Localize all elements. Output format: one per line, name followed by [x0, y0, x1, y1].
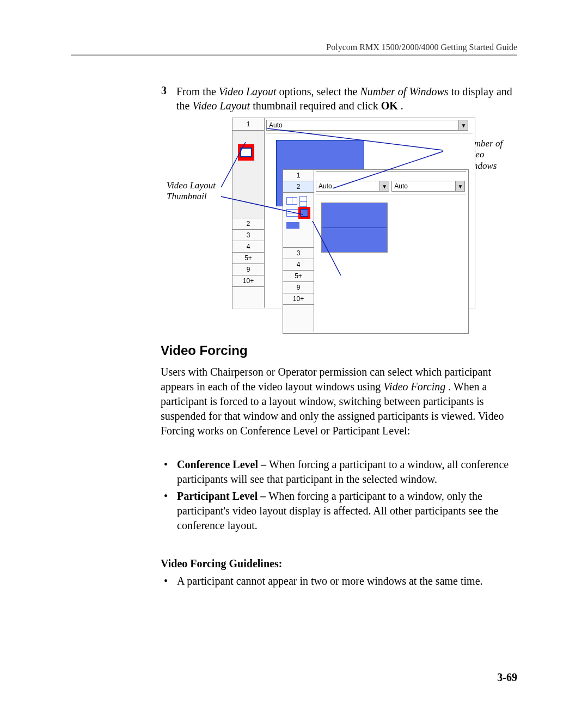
layout-icon	[301, 209, 308, 217]
dropdown-value: Auto	[267, 121, 458, 129]
list-item[interactable]: 3	[283, 248, 314, 259]
front-panel: 1 2 3 4 5+ 9 10+ Auto ▼	[283, 169, 469, 334]
layout-icon[interactable]	[286, 197, 297, 205]
t: Video Forcing	[383, 381, 445, 393]
t: OK	[381, 100, 398, 112]
preview-pane	[322, 228, 387, 253]
list-item[interactable]: 10+	[283, 293, 314, 305]
chevron-down-icon[interactable]: ▼	[379, 181, 389, 191]
list-item[interactable]: 9	[232, 264, 264, 275]
page-number: 3-69	[497, 671, 517, 684]
dropdown-value: Auto	[316, 182, 379, 190]
list-item: A participant cannot appear in two or mo…	[161, 574, 517, 589]
t: Video Layout	[192, 100, 250, 112]
front-thumbnail-area	[283, 193, 314, 248]
list-item: Conference Level – When forcing a partic…	[161, 457, 517, 487]
figure: Video Layout Thumbnail Number of Video W…	[167, 118, 518, 333]
selected-layout-thumbnail[interactable]	[238, 144, 254, 161]
layout-icon[interactable]	[299, 196, 307, 207]
list-item[interactable]: 5+	[283, 271, 314, 282]
subhead-guidelines: Video Forcing Guidelines:	[161, 557, 282, 570]
callout-video-layout-thumbnail: Video Layout Thumbnail	[167, 180, 221, 203]
list-item[interactable]: 4	[283, 259, 314, 271]
list-item[interactable]: 1	[232, 118, 264, 131]
t: .	[401, 100, 403, 112]
chevron-down-icon[interactable]: ▼	[458, 120, 468, 130]
back-rows: 2 3 4 5+ 9 10+	[232, 218, 264, 287]
page: Polycom RMX 1500/2000/4000 Getting Start…	[0, 0, 588, 711]
t: From the	[176, 85, 219, 97]
header-rule	[71, 54, 517, 56]
chevron-down-icon[interactable]: ▼	[455, 181, 464, 191]
list-item[interactable]: 10+	[232, 275, 264, 287]
layout-icon	[240, 148, 252, 157]
list-item[interactable]: 3	[232, 230, 264, 241]
layout-dropdown-b[interactable]: Auto ▼	[391, 181, 465, 192]
rule	[316, 171, 466, 172]
t: A participant cannot appear in two or mo…	[177, 575, 483, 587]
list-item[interactable]: 5+	[232, 253, 264, 264]
back-windows-list: 1 2 3 4 5+ 9 10+	[232, 118, 265, 308]
selected-layout-thumbnail[interactable]	[298, 207, 310, 219]
t: Video Layout	[219, 85, 277, 97]
back-dropdown-row: Auto ▼	[266, 120, 473, 133]
t: Number of Windows	[360, 85, 448, 97]
list-item[interactable]: 1	[283, 170, 314, 181]
t: thumbnail required and click	[253, 100, 381, 112]
list-item[interactable]: 4	[232, 241, 264, 253]
list-item-selected[interactable]: 2	[283, 181, 314, 193]
layout-dropdown-a[interactable]: Auto ▼	[316, 181, 389, 192]
list-item[interactable]: 2	[232, 218, 264, 230]
bullet-list: Conference Level – When forcing a partic…	[161, 455, 517, 533]
layout-icon[interactable]	[286, 209, 299, 217]
step-text: From the Video Layout options, select th…	[176, 84, 517, 113]
bullet-list: A participant cannot appear in two or mo…	[161, 572, 517, 589]
dropdown-value: Auto	[392, 182, 455, 190]
running-head: Polycom RMX 1500/2000/4000 Getting Start…	[326, 42, 517, 52]
body-paragraph: Users with Chairperson or Operator permi…	[161, 365, 517, 438]
front-preview-icon	[321, 203, 388, 253]
list-item: Participant Level – When forcing a parti…	[161, 489, 517, 533]
preview-pane	[322, 203, 387, 228]
list-item[interactable]: 9	[283, 282, 314, 293]
t: options, select the	[279, 85, 360, 97]
windows-dropdown[interactable]: Auto ▼	[266, 120, 468, 131]
t: Conference Level –	[177, 458, 269, 470]
t: Participant Level –	[177, 490, 268, 502]
heading-video-forcing: Video Forcing	[161, 343, 248, 358]
front-windows-list: 1 2 3 4 5+ 9 10+	[283, 170, 314, 332]
front-dropdown-row: Auto ▼ Auto ▼	[316, 181, 466, 194]
step-number: 3	[161, 84, 167, 97]
back-thumbnail-area	[232, 131, 264, 218]
layout-icon[interactable]	[286, 222, 299, 229]
